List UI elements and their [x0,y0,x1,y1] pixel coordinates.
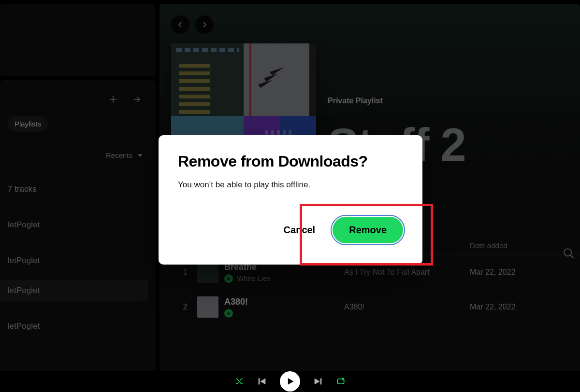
modal-title: Remove from Downloads? [178,153,403,170]
play-button[interactable] [280,371,300,392]
app-root: Playlists Recents 7 tracks letPoglet let… [0,0,580,392]
remove-button[interactable]: Remove [333,217,403,243]
svg-rect-15 [320,378,322,385]
svg-marker-11 [260,378,265,385]
svg-rect-12 [259,378,260,385]
remove-downloads-modal: Remove from Downloads? You won’t be able… [159,135,422,265]
cancel-button[interactable]: Cancel [284,224,316,236]
svg-marker-13 [288,378,294,384]
modal-body: You won’t be able to play this offline. [178,180,403,190]
skip-next-icon[interactable] [313,376,323,387]
skip-previous-icon[interactable] [257,376,267,387]
svg-marker-14 [315,378,320,385]
player-bar [0,371,580,392]
shuffle-icon[interactable] [234,377,244,386]
modal-actions: Cancel Remove [178,217,403,243]
repeat-icon[interactable] [336,377,346,386]
